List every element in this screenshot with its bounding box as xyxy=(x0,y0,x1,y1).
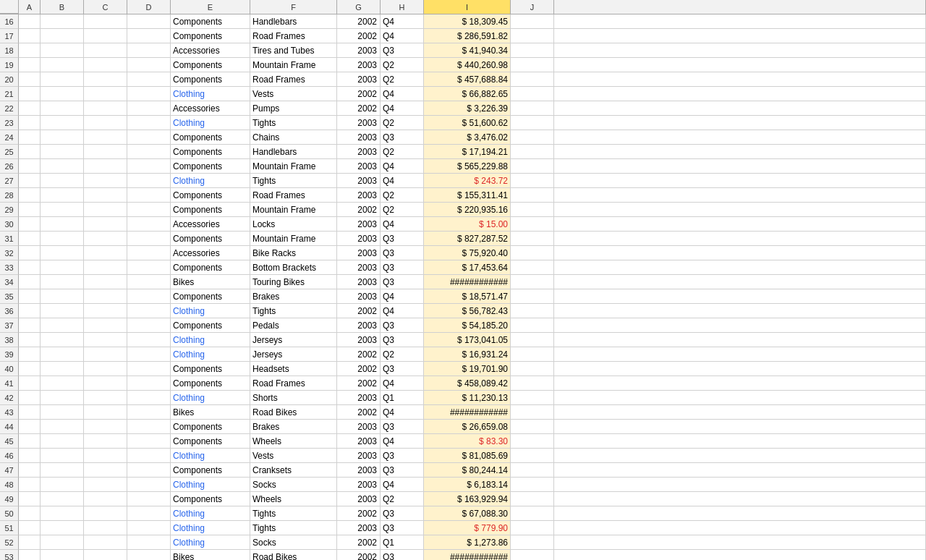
cell-quarter[interactable]: Q4 xyxy=(381,376,424,390)
cell-category[interactable]: Components xyxy=(171,434,250,448)
cell-value[interactable]: $ 286,591.82 xyxy=(424,29,511,43)
table-row[interactable]: ComponentsRoad Frames2002Q4$ 458,089.42 xyxy=(19,376,926,391)
cell-year[interactable]: 2002 xyxy=(337,550,381,560)
cell-year[interactable]: 2002 xyxy=(337,29,381,43)
table-row[interactable]: ComponentsRoad Frames2003Q2$ 155,311.41 xyxy=(19,188,926,203)
table-row[interactable]: ComponentsMountain Frame2003Q2$ 440,260.… xyxy=(19,58,926,72)
table-row[interactable]: ComponentsRoad Frames2003Q2$ 457,688.84 xyxy=(19,72,926,87)
cell-year[interactable]: 2003 xyxy=(337,449,381,462)
table-row[interactable]: ComponentsHandlebars2002Q4$ 18,309.45 xyxy=(19,14,926,29)
cell-category[interactable]: Clothing xyxy=(171,449,250,462)
cell-product[interactable]: Mountain Frame xyxy=(250,232,337,245)
cell-year[interactable]: 2003 xyxy=(337,275,381,289)
cell-category[interactable]: Components xyxy=(171,420,250,433)
col-header-i[interactable]: I xyxy=(424,0,511,14)
cell-category[interactable]: Components xyxy=(171,376,250,390)
cell-quarter[interactable]: Q2 xyxy=(381,347,424,361)
cell-product[interactable]: Tights xyxy=(250,304,337,318)
cell-category[interactable]: Components xyxy=(171,318,250,332)
cell-category[interactable]: Clothing xyxy=(171,478,250,491)
table-row[interactable]: AccessoriesTires and Tubes2003Q3$ 41,940… xyxy=(19,43,926,58)
cell-value[interactable]: $ 56,782.43 xyxy=(424,304,511,318)
cell-year[interactable]: 2003 xyxy=(337,217,381,231)
table-row[interactable]: BikesTouring Bikes2003Q3############ xyxy=(19,275,926,289)
cell-quarter[interactable]: Q1 xyxy=(381,535,424,549)
cell-value[interactable]: $ 19,701.90 xyxy=(424,362,511,376)
cell-year[interactable]: 2003 xyxy=(337,116,381,130)
cell-year[interactable]: 2003 xyxy=(337,521,381,535)
table-row[interactable]: ComponentsWheels2003Q2$ 163,929.94 xyxy=(19,492,926,506)
cell-year[interactable]: 2003 xyxy=(337,188,381,202)
cell-quarter[interactable]: Q3 xyxy=(381,362,424,376)
cell-category[interactable]: Components xyxy=(171,188,250,202)
cell-product[interactable]: Handlebars xyxy=(250,14,337,28)
cell-category[interactable]: Bikes xyxy=(171,550,250,560)
cell-quarter[interactable]: Q1 xyxy=(381,391,424,404)
cell-category[interactable]: Clothing xyxy=(171,391,250,404)
cell-year[interactable]: 2003 xyxy=(337,289,381,303)
table-row[interactable]: ComponentsBrakes2003Q4$ 18,571.47 xyxy=(19,289,926,304)
cell-category[interactable]: Clothing xyxy=(171,506,250,520)
table-row[interactable]: AccessoriesBike Racks2003Q3$ 75,920.40 xyxy=(19,246,926,260)
cell-value[interactable]: $ 827,287.52 xyxy=(424,232,511,245)
cell-quarter[interactable]: Q4 xyxy=(381,101,424,115)
cell-quarter[interactable]: Q3 xyxy=(381,130,424,144)
cell-product[interactable]: Handlebars xyxy=(250,145,337,158)
cell-quarter[interactable]: Q3 xyxy=(381,260,424,274)
cell-quarter[interactable]: Q4 xyxy=(381,304,424,318)
cell-category[interactable]: Components xyxy=(171,14,250,28)
cell-value[interactable]: $ 3,476.02 xyxy=(424,130,511,144)
cell-category[interactable]: Components xyxy=(171,130,250,144)
cell-quarter[interactable]: Q4 xyxy=(381,478,424,491)
table-row[interactable]: AccessoriesLocks2003Q4$ 15.00 xyxy=(19,217,926,232)
cell-value[interactable]: $ 75,920.40 xyxy=(424,246,511,260)
cell-product[interactable]: Shorts xyxy=(250,391,337,404)
cell-value[interactable]: $ 779.90 xyxy=(424,521,511,535)
cell-category[interactable]: Components xyxy=(171,260,250,274)
cell-value[interactable]: ############ xyxy=(424,275,511,289)
cell-value[interactable]: $ 17,194.21 xyxy=(424,145,511,158)
cell-value[interactable]: $ 243.72 xyxy=(424,174,511,187)
table-row[interactable]: ComponentsHandlebars2003Q2$ 17,194.21 xyxy=(19,145,926,159)
cell-year[interactable]: 2003 xyxy=(337,72,381,86)
table-row[interactable]: ComponentsMountain Frame2002Q2$ 220,935.… xyxy=(19,203,926,217)
cell-value[interactable]: $ 67,088.30 xyxy=(424,506,511,520)
cell-value[interactable]: ############ xyxy=(424,405,511,419)
cell-year[interactable]: 2003 xyxy=(337,333,381,347)
cell-product[interactable]: Jerseys xyxy=(250,333,337,347)
cell-category[interactable]: Clothing xyxy=(171,521,250,535)
cell-year[interactable]: 2002 xyxy=(337,405,381,419)
cell-year[interactable]: 2003 xyxy=(337,478,381,491)
col-header-g[interactable]: G xyxy=(337,0,381,14)
cell-product[interactable]: Vests xyxy=(250,87,337,101)
cell-quarter[interactable]: Q3 xyxy=(381,506,424,520)
table-row[interactable]: ComponentsWheels2003Q4$ 83.30 xyxy=(19,434,926,449)
cell-product[interactable]: Brakes xyxy=(250,289,337,303)
cell-category[interactable]: Components xyxy=(171,145,250,158)
cell-value[interactable]: $ 66,882.65 xyxy=(424,87,511,101)
cell-quarter[interactable]: Q4 xyxy=(381,159,424,173)
cell-product[interactable]: Tights xyxy=(250,174,337,187)
cell-year[interactable]: 2003 xyxy=(337,420,381,433)
cell-product[interactable]: Chains xyxy=(250,130,337,144)
cell-value[interactable]: $ 163,929.94 xyxy=(424,492,511,506)
cell-year[interactable]: 2002 xyxy=(337,87,381,101)
cell-quarter[interactable]: Q3 xyxy=(381,521,424,535)
cell-product[interactable]: Tires and Tubes xyxy=(250,43,337,57)
cell-year[interactable]: 2003 xyxy=(337,232,381,245)
cell-value[interactable]: $ 51,600.62 xyxy=(424,116,511,130)
cell-year[interactable]: 2002 xyxy=(337,362,381,376)
col-header-h[interactable]: H xyxy=(381,0,424,14)
table-row[interactable]: ComponentsMountain Frame2003Q4$ 565,229.… xyxy=(19,159,926,174)
table-row[interactable]: ClothingTights2002Q3$ 67,088.30 xyxy=(19,506,926,521)
col-header-j[interactable]: J xyxy=(511,0,554,14)
cell-quarter[interactable]: Q2 xyxy=(381,58,424,72)
cell-category[interactable]: Components xyxy=(171,232,250,245)
table-row[interactable]: ComponentsChains2003Q3$ 3,476.02 xyxy=(19,130,926,145)
cell-category[interactable]: Clothing xyxy=(171,347,250,361)
cell-value[interactable]: $ 16,931.24 xyxy=(424,347,511,361)
cell-value[interactable]: $ 458,089.42 xyxy=(424,376,511,390)
cell-category[interactable]: Components xyxy=(171,29,250,43)
cell-product[interactable]: Road Bikes xyxy=(250,550,337,560)
cell-value[interactable]: $ 17,453.64 xyxy=(424,260,511,274)
